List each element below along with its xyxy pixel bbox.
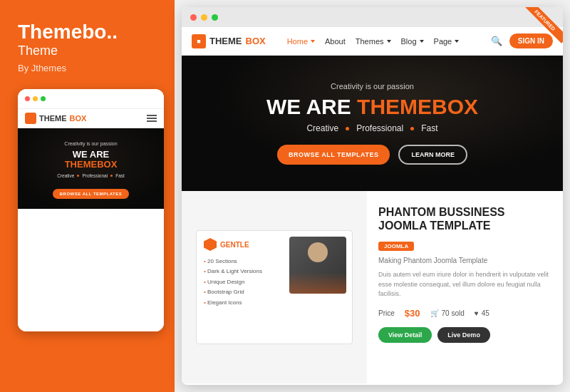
product-section: GENTLE 20 Sections Dark & Light Versions… [182,191,563,383]
blog-caret [420,40,424,43]
nav-blog[interactable]: Blog [401,37,424,46]
mobile-tagline-fast: Fast [115,173,125,178]
red-dot [25,96,30,101]
hero-section: Creativity is our passion WE ARE THEMEBO… [182,56,563,191]
browser-maximize-dot[interactable] [212,14,218,21]
page-caret [455,40,459,43]
website-nav: ■ THEMEBOX Home About Themes Blog Page 🔍… [182,27,563,56]
mobile-window-controls [25,96,46,101]
person-face [308,242,328,262]
site-logo-icon: ■ [192,34,206,48]
hero-tagline: Creative Professional Fast [306,123,437,133]
likes-count: ♥ 45 [475,309,489,317]
cart-icon: 🛒 [430,309,439,317]
yellow-dot [33,96,38,101]
mobile-logo-theme: THEME [39,114,67,123]
nav-home[interactable]: Home [287,37,315,46]
gentle-icon [204,238,217,251]
mobile-logo: THEMEBOX [25,113,86,124]
mobile-dot-2 [110,175,113,177]
live-demo-button[interactable]: Live Demo [437,327,490,343]
price-label: Price [378,309,395,317]
mobile-bottom-area [18,209,164,331]
mobile-top-bar [18,89,164,109]
hero-passion-text: Creativity is our passion [331,82,414,91]
left-panel: Themebo.. Theme By Jthemes THEMEBOX Crea… [0,0,175,392]
search-icon[interactable]: 🔍 [491,36,502,46]
nav-page[interactable]: Page [434,37,460,46]
featured-ribbon: FEATURED [524,7,563,43]
mobile-logo-icon [25,113,36,124]
nav-about[interactable]: About [325,37,346,46]
mobile-hero: Creativity is our passion WE ARE THEMEBO… [18,128,164,210]
product-thumbnail [289,237,346,294]
home-caret [311,40,315,43]
mobile-we-are: WE ARE THEMEBOX [25,150,157,170]
browser-close-dot[interactable] [190,14,197,21]
mobile-browse-button[interactable]: BROWSE ALL TEMPLATES [53,189,130,199]
product-title: PHANTOM BUSSINESS JOOMLA TEMPLATE [378,205,551,232]
nav-themes[interactable]: Themes [356,37,391,46]
price-value: $30 [405,308,420,319]
mobile-navbar: THEMEBOX [18,109,164,128]
product-description: Duis autem vel eum iriure dolor in hendr… [378,270,551,299]
product-info: FEATURED PHANTOM BUSSINESS JOOMLA TEMPLA… [367,191,563,383]
hero-content: Creativity is our passion WE ARE THEMEBO… [266,82,478,165]
app-author: By Jthemes [18,63,160,73]
hero-tagline-professional: Professional [356,123,403,133]
app-title: Themebo.. [18,21,160,43]
site-logo-theme: THEME [209,36,242,46]
product-image-area: GENTLE 20 Sections Dark & Light Versions… [182,191,367,383]
hamburger-icon[interactable] [147,115,157,122]
learn-more-button[interactable]: LEARN MORE [398,145,467,165]
hero-bullet-2 [410,127,414,130]
sold-count: 🛒 70 sold [430,309,465,317]
hero-headline: WE ARE THEMEBOX [266,96,478,118]
product-card: GENTLE 20 Sections Dark & Light Versions… [196,230,353,344]
app-subtitle: Theme [18,43,160,58]
product-subtitle: Making Phantom Joomla Template [378,257,551,264]
hero-tagline-creative: Creative [306,123,338,133]
heart-icon: ♥ [475,309,479,317]
hero-buttons: BROWSE ALL TEMPLATES LEARN MORE [277,145,467,165]
browse-templates-button[interactable]: BROWSE ALL TEMPLATES [277,145,390,165]
featured-ribbon-wrapper: FEATURED [524,7,563,46]
mobile-passion-text: Creativity is our passion [25,141,157,146]
price-row: Price $30 🛒 70 sold ♥ 45 [378,308,551,319]
hero-tagline-fast: Fast [421,123,437,133]
action-buttons: View Detail Live Demo [378,327,551,343]
mobile-tagline: Creative Professional Fast [25,173,157,178]
themes-caret [387,40,391,43]
green-dot [41,96,46,101]
browser-mockup: ■ THEMEBOX Home About Themes Blog Page 🔍… [182,7,563,385]
joomla-badge: JOOMLA [378,242,414,251]
mobile-tagline-creative: Creative [57,173,74,178]
mobile-dot-1 [77,175,79,177]
hero-bullet-1 [346,127,349,130]
mobile-logo-box: BOX [70,114,87,123]
view-detail-button[interactable]: View Detail [378,327,432,343]
nav-links: Home About Themes Blog Page [287,37,491,46]
feature-5: Elegant Icons [204,298,345,308]
browser-chrome [182,7,563,27]
site-logo-box: BOX [246,36,266,46]
site-logo: ■ THEMEBOX [192,34,266,48]
browser-minimize-dot[interactable] [201,14,207,21]
mobile-preview: THEMEBOX Creativity is our passion WE AR… [18,89,164,331]
mobile-tagline-professional: Professional [82,173,108,178]
